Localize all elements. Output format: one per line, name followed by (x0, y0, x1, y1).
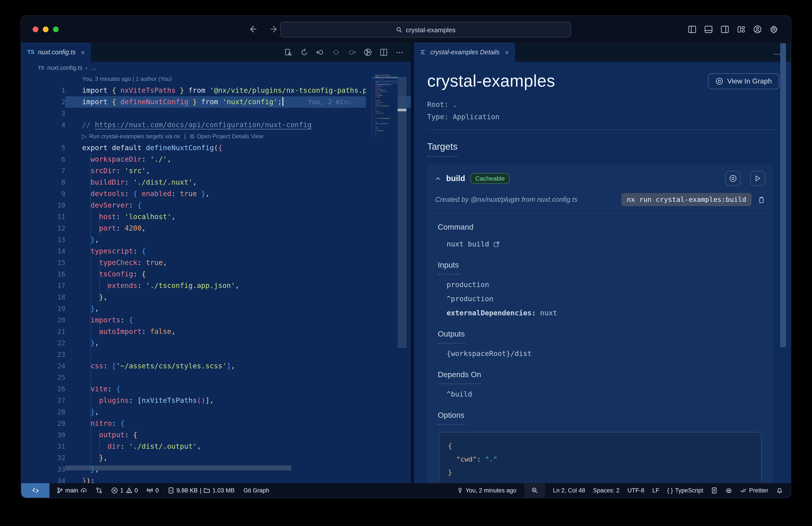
code-line[interactable]: 18 }, (21, 292, 411, 303)
line-content[interactable]: ▷Run crystal-examples targets via nx | ⧉… (65, 131, 411, 142)
code-line[interactable]: 34}); (366, 136, 397, 137)
code-editor[interactable]: You, 3 minutes ago | 1 author (You)1impo… (21, 73, 411, 483)
minimap[interactable]: You, 3 minutes ago | 1 author (You)1impo… (366, 73, 397, 483)
code-line[interactable]: 1import { nxViteTsPaths } from '@nx/vite… (21, 85, 411, 96)
breadcrumb-file[interactable]: nuxt.config.ts (47, 64, 82, 71)
minimize-window-button[interactable] (43, 26, 48, 32)
code-line[interactable]: 20 imports: { (21, 314, 411, 326)
line-content[interactable] (65, 349, 411, 360)
collapse-chevron-icon[interactable] (435, 175, 441, 181)
code-line[interactable]: 30 output: { (21, 429, 411, 441)
code-line[interactable]: 1import { nxViteTsPaths } from '@nx/vite… (366, 75, 397, 77)
line-content[interactable]: css: ['~/assets/css/styles.scss'], (65, 360, 411, 372)
problems-status[interactable]: 1 0 (112, 487, 138, 494)
code-line[interactable]: 7 srcDir: 'src', (21, 165, 411, 177)
code-line[interactable]: 13 }, (21, 234, 411, 245)
nx-run-command-chip[interactable]: nx run crystal-examples:build (622, 193, 752, 206)
horizontal-scrollbar[interactable] (65, 466, 291, 470)
close-panel-tab-icon[interactable]: × (505, 48, 509, 56)
code-lens[interactable]: You, 3 minutes ago | 1 author (You) (21, 73, 411, 85)
code-line[interactable]: 3 (366, 79, 397, 80)
open-changes-icon[interactable] (284, 48, 293, 56)
close-window-button[interactable] (33, 26, 39, 32)
editor-panel-divider[interactable] (411, 42, 414, 483)
line-content[interactable] (373, 79, 397, 80)
remote-indicator[interactable] (21, 483, 49, 498)
line-content[interactable]: export default defineNuxtConfig({ (373, 84, 397, 86)
line-content[interactable]: // https://nuxt.com/docs/api/configurati… (373, 80, 397, 82)
code-line[interactable]: 24 css: ['~/assets/css/styles.scss'], (21, 360, 411, 372)
split-editor-icon[interactable] (379, 48, 388, 56)
code-line[interactable]: 10 devServer: { (21, 200, 411, 211)
settings-gear-icon[interactable] (769, 25, 779, 34)
line-content[interactable]: import { defineNuxtConfig } from 'nuxt/c… (373, 77, 397, 79)
cursor-position-status[interactable]: Ln 2, Col 48 (553, 487, 585, 494)
line-content[interactable]: tsConfig: { (65, 269, 411, 280)
next-change-icon[interactable] (348, 48, 356, 56)
code-line[interactable]: 17 extends: './tsconfig.app.json', (366, 105, 397, 107)
code-line[interactable]: 4// https://nuxt.com/docs/api/configurat… (21, 119, 411, 131)
code-line[interactable]: 15 typeCheck: true, (366, 102, 397, 103)
customize-layout-icon[interactable] (737, 25, 746, 34)
line-content[interactable]: ▷Run crystal-examples targets via nx | ⧉… (373, 82, 397, 84)
line-content[interactable]: workspaceDir: './', (65, 154, 411, 165)
line-content[interactable]: vite: { (65, 383, 411, 395)
code-line[interactable]: 21 autoImport: false, (366, 112, 397, 114)
code-line[interactable]: 5export default defineNuxtConfig({ (21, 142, 411, 154)
code-line[interactable]: 8 buildDir: './dist/.nuxt', (21, 177, 411, 188)
line-content[interactable]: import { nxViteTsPaths } from '@nx/vite/… (65, 85, 411, 96)
code-line[interactable]: 9 devtools: { enabled: true }, (366, 91, 397, 93)
panel-scrollbar[interactable] (780, 43, 786, 347)
view-target-graph-button[interactable] (725, 171, 740, 186)
open-details-lens-icon[interactable]: ⧉ (392, 83, 393, 84)
git-branch-status[interactable]: main (57, 487, 87, 494)
open-project-details-lens[interactable]: Open Project Details View (197, 131, 263, 142)
zoom-status[interactable] (524, 483, 545, 498)
code-line[interactable]: 6 workspaceDir: './', (366, 86, 397, 87)
line-content[interactable]: }, (65, 292, 411, 303)
code-line[interactable]: 28 }, (366, 125, 397, 127)
line-content[interactable]: You, 3 minutes ago | 1 author (You) (65, 73, 411, 85)
code-line[interactable]: 19 }, (21, 303, 411, 314)
code-line[interactable]: 9 devtools: { enabled: true }, (21, 188, 411, 200)
git-graph-status[interactable]: Git Graph (243, 487, 269, 494)
line-content[interactable]: dir: './dist/.output', (65, 441, 411, 452)
code-lines[interactable]: You, 3 minutes ago | 1 author (You)1impo… (21, 73, 411, 483)
run-targets-lens[interactable]: Run crystal-examples targets via nx (376, 83, 391, 84)
line-content[interactable]: // https://nuxt.com/docs/api/configurati… (65, 119, 411, 131)
line-content[interactable]: port: 4200, (65, 223, 411, 234)
code-lines[interactable]: You, 3 minutes ago | 1 author (You)1impo… (366, 73, 397, 137)
code-line[interactable]: 12 port: 4200, (21, 223, 411, 234)
line-content[interactable] (65, 108, 411, 119)
code-line[interactable]: 17 extends: './tsconfig.app.json', (21, 280, 411, 292)
line-content[interactable] (65, 372, 411, 383)
close-tab-icon[interactable]: × (81, 48, 85, 56)
notifications-status[interactable] (776, 487, 783, 494)
code-line[interactable]: 22 }, (21, 338, 411, 349)
code-line[interactable]: 27 plugins: [nxViteTsPaths()], (21, 395, 411, 406)
code-line[interactable]: 16 tsConfig: { (21, 269, 411, 280)
copilot-status[interactable] (726, 487, 733, 494)
code-line[interactable]: 32 }, (366, 132, 397, 134)
line-content[interactable]: nitro: { (65, 418, 411, 429)
toggle-primary-sidebar-icon[interactable] (687, 25, 697, 34)
indentation-status[interactable]: Spaces: 2 (593, 487, 620, 494)
line-content[interactable]: host: 'localhost', (65, 211, 411, 223)
prettier-status[interactable]: Prettier (740, 487, 768, 494)
ports-status[interactable]: 0 (147, 487, 159, 494)
line-content[interactable]: }, (65, 338, 411, 349)
code-line[interactable]: 14 typescript: { (21, 245, 411, 257)
code-line[interactable]: 25 (366, 120, 397, 122)
code-line[interactable]: 30 output: { (366, 129, 397, 130)
code-line[interactable]: 29 nitro: { (366, 127, 397, 129)
code-line[interactable]: 2import { defineNuxtConfig } from 'nuxt/… (21, 96, 411, 108)
back-icon[interactable] (248, 24, 258, 34)
code-line[interactable]: 10 devServer: { (366, 93, 397, 95)
code-line[interactable]: 11 host: 'localhost', (21, 211, 411, 223)
code-line[interactable]: 2import { defineNuxtConfig } from 'nuxt/… (366, 77, 397, 79)
code-line[interactable]: 31 dir: './dist/.output', (21, 441, 411, 452)
code-lens[interactable]: You, 3 minutes ago | 1 author (You) (366, 73, 397, 75)
command-center-search[interactable]: crystal-examples (280, 22, 571, 38)
code-line[interactable]: 16 tsConfig: { (366, 103, 397, 105)
code-line[interactable]: 4// https://nuxt.com/docs/api/configurat… (366, 80, 397, 82)
